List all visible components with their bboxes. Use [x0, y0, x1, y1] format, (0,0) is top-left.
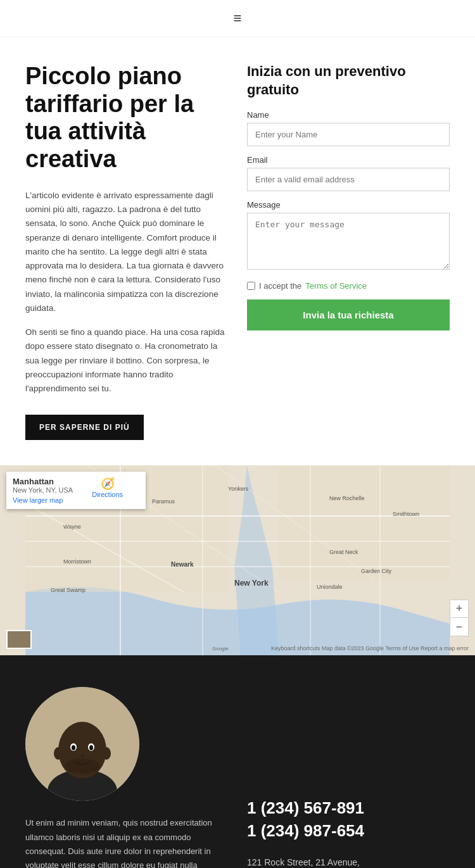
map-location-info: Manhattan New York, NY, USA View larger …	[13, 477, 73, 504]
message-label: Message	[247, 200, 450, 210]
avatar-image	[25, 687, 139, 801]
contact-left: Ut enim ad minim veniam, quis nostrud ex…	[25, 687, 228, 868]
hero-left: Piccolo piano tariffario per la tua atti…	[25, 63, 228, 440]
contact-body-text: Ut enim ad minim veniam, quis nostrud ex…	[25, 816, 228, 868]
svg-point-31	[102, 747, 111, 760]
contact-section: Ut enim ad minim veniam, quis nostrud ex…	[0, 655, 475, 868]
terms-text: I accept the	[259, 281, 301, 291]
directions-button[interactable]: 🧭 Directions	[92, 477, 123, 498]
zoom-in-button[interactable]: +	[450, 600, 468, 618]
learn-more-button[interactable]: PER SAPERNE DI PIÙ	[25, 415, 144, 440]
form-section: Inizia con un preventivo gratuito Name E…	[247, 63, 450, 440]
svg-text:Morristown: Morristown	[63, 558, 91, 565]
svg-point-30	[54, 747, 63, 760]
terms-row: I accept the Terms of Service	[247, 281, 450, 291]
map-section: Wayne Paramus Yonkers New Rochelle Smith…	[0, 465, 475, 655]
terms-link[interactable]: Terms of Service	[305, 281, 367, 291]
svg-text:Yonkers: Yonkers	[228, 486, 249, 492]
hero-body-1: L'articolo evidente è arrivato espressam…	[25, 189, 228, 315]
phone-2: 1 (234) 987-654	[247, 819, 364, 842]
map-container: Wayne Paramus Yonkers New Rochelle Smith…	[0, 465, 475, 655]
map-info-overlay: Manhattan New York, NY, USA View larger …	[6, 472, 146, 509]
contact-right: 1 (234) 567-891 1 (234) 987-654 121 Rock…	[247, 687, 450, 868]
name-input[interactable]	[247, 123, 450, 146]
message-textarea[interactable]	[247, 213, 450, 270]
svg-text:Newark: Newark	[171, 561, 194, 568]
map-location-name: Manhattan	[13, 477, 73, 486]
message-field-group: Message	[247, 200, 450, 272]
address-block: 121 Rock Street, 21 Avenue, New York, NY…	[247, 855, 360, 868]
svg-text:New Rochelle: New Rochelle	[329, 495, 365, 501]
terms-checkbox[interactable]	[247, 282, 255, 290]
map-thumbnail	[6, 630, 32, 649]
map-location-sub: New York, NY, USA	[13, 486, 73, 494]
svg-point-35	[89, 745, 93, 750]
hero-section: Piccolo piano tariffario per la tua atti…	[0, 37, 475, 465]
svg-text:Great Swamp: Great Swamp	[51, 587, 86, 593]
form-title: Inizia con un preventivo gratuito	[247, 63, 450, 99]
view-larger-map-link[interactable]: View larger map	[13, 496, 73, 504]
submit-button[interactable]: Invia la tua richiesta	[247, 299, 450, 330]
svg-text:Garden City: Garden City	[361, 568, 392, 574]
svg-text:Smithtown: Smithtown	[393, 511, 419, 517]
svg-text:Google: Google	[212, 646, 229, 651]
email-field-group: Email	[247, 155, 450, 191]
avatar	[25, 687, 139, 801]
map-zoom-controls: + −	[450, 600, 469, 636]
svg-point-34	[72, 745, 75, 750]
svg-rect-2	[279, 465, 450, 579]
svg-text:New York: New York	[234, 579, 269, 588]
svg-point-36	[65, 758, 100, 774]
name-field-group: Name	[247, 110, 450, 146]
address-line1: 121 Rock Street, 21 Avenue,	[247, 855, 360, 868]
hero-body-2: Oh senti se fino a quando piace. Ha una …	[25, 325, 228, 396]
map-attribution: Keyboard shortcuts Map data ©2023 Google…	[271, 645, 469, 651]
page-title: Piccolo piano tariffario per la tua atti…	[25, 63, 228, 173]
menu-icon[interactable]: ≡	[234, 10, 242, 27]
name-label: Name	[247, 110, 450, 120]
svg-text:Great Neck: Great Neck	[329, 549, 358, 555]
directions-label: Directions	[92, 491, 123, 498]
svg-text:Wayne: Wayne	[63, 524, 81, 530]
svg-text:Uniondale: Uniondale	[317, 584, 343, 590]
phone-1: 1 (234) 567-891	[247, 796, 364, 819]
svg-text:Paramus: Paramus	[152, 498, 175, 505]
zoom-out-button[interactable]: −	[450, 618, 468, 636]
email-input[interactable]	[247, 168, 450, 191]
header: ≡	[0, 0, 475, 37]
email-label: Email	[247, 155, 450, 165]
